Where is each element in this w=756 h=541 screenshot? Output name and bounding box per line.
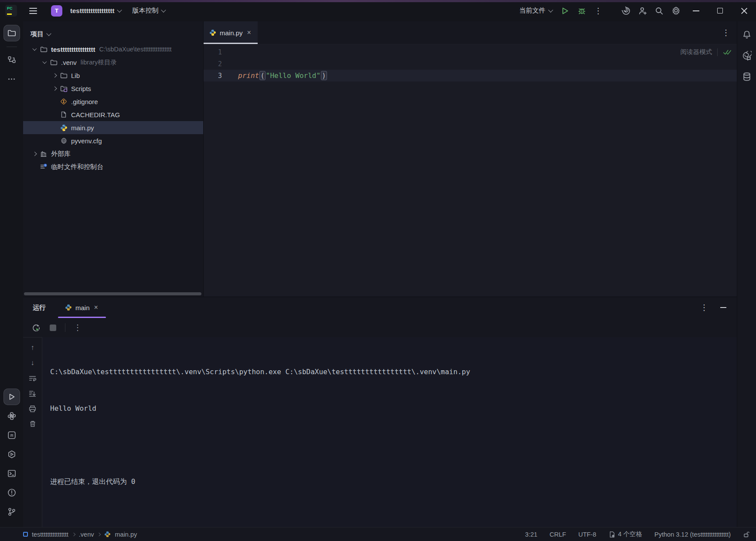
- indent-widget[interactable]: 4 个空格: [609, 530, 643, 538]
- chevron-down-icon: [46, 31, 51, 36]
- window-minimize-button[interactable]: [684, 1, 708, 20]
- right-tool-window-bar: [737, 21, 756, 527]
- ai-assistant-button[interactable]: [618, 3, 634, 18]
- folder-icon: [59, 72, 68, 79]
- prev-occurrence-button[interactable]: ↑: [27, 343, 38, 352]
- line-number: 2: [204, 60, 226, 68]
- close-tab-icon[interactable]: ×: [93, 304, 99, 311]
- tree-item-cachedir-tag[interactable]: CACHEDIR.TAG: [23, 108, 203, 121]
- tree-item-pyvenv-cfg[interactable]: pyvenv.cfg: [23, 134, 203, 147]
- window-maximize-button[interactable]: [708, 1, 732, 20]
- code-editor[interactable]: 1 2 3 print("Hello World"): [204, 44, 737, 297]
- rerun-button[interactable]: [29, 321, 43, 335]
- reader-mode-widget[interactable]: 阅读器模式: [681, 48, 732, 56]
- breadcrumb-file[interactable]: main.py: [115, 531, 137, 538]
- kebab-icon: ⋮: [722, 28, 730, 37]
- reader-mode-label: 阅读器模式: [681, 48, 712, 56]
- next-occurrence-button[interactable]: ↓: [27, 358, 38, 368]
- chevron-right-icon[interactable]: [50, 87, 59, 90]
- console-more-button[interactable]: ⋮: [71, 321, 85, 335]
- python-file-icon: [209, 29, 216, 36]
- scroll-to-end-button[interactable]: [27, 389, 38, 398]
- more-tool-windows-button[interactable]: [3, 71, 20, 87]
- stop-button[interactable]: [46, 321, 60, 335]
- vcs-widget[interactable]: 版本控制: [129, 4, 169, 17]
- tree-item-scratches[interactable]: 临时文件和控制台: [23, 160, 203, 173]
- interpreter-widget[interactable]: Python 3.12 (testttttttttttttttt): [654, 531, 731, 538]
- hide-tool-window-button[interactable]: [716, 301, 731, 314]
- chevron-right-icon[interactable]: [30, 152, 39, 156]
- run-tool-window-button[interactable]: [3, 389, 20, 405]
- tree-item-lib[interactable]: Lib: [23, 69, 203, 82]
- tree-item-external-libraries[interactable]: 外部库: [23, 147, 203, 160]
- print-button[interactable]: [27, 404, 38, 413]
- python-file-icon: [65, 304, 72, 311]
- person-add-icon: [638, 7, 647, 15]
- run-tool-window-title[interactable]: 运行: [33, 304, 46, 312]
- soft-wrap-button[interactable]: [27, 373, 38, 383]
- chevron-right-icon: [97, 532, 101, 536]
- gitignore-icon: [59, 98, 68, 105]
- chevron-right-icon[interactable]: [50, 74, 59, 77]
- debug-button[interactable]: [573, 3, 590, 18]
- database-tool-window-button[interactable]: [739, 69, 754, 84]
- project-avatar: T: [51, 5, 62, 17]
- chevron-down-icon: [161, 7, 166, 12]
- tree-item-venv[interactable]: .venv library根目录: [23, 56, 203, 69]
- python-file-icon: [59, 124, 68, 132]
- breadcrumb-venv[interactable]: .venv: [79, 531, 94, 538]
- line-separator-widget[interactable]: CRLF: [550, 531, 566, 538]
- run-configuration-selector[interactable]: 当前文件: [515, 4, 557, 17]
- window-close-button[interactable]: [732, 1, 756, 20]
- code-line: print("Hello World"): [226, 71, 327, 80]
- editor-tab-main-py[interactable]: main.py ×: [204, 21, 258, 44]
- settings-button[interactable]: [667, 3, 684, 18]
- terminal-tool-window-button[interactable]: [3, 465, 20, 482]
- run-button[interactable]: [557, 3, 573, 18]
- structure-tool-window-button[interactable]: [3, 51, 20, 68]
- tree-item-gitignore[interactable]: .gitignore: [23, 95, 203, 108]
- tree-item-project-root[interactable]: testttttttttttttttt C:\sbDaXue\testttttt…: [23, 43, 203, 56]
- services-tool-window-button[interactable]: [3, 446, 20, 463]
- run-console-output[interactable]: C:\sbDaXue\testttttttttttttttt\.venv\Scr…: [42, 337, 737, 527]
- breadcrumb-project[interactable]: testttttttttttttttt: [32, 531, 68, 538]
- tree-item-main-py[interactable]: main.py: [23, 121, 203, 134]
- python-packages-button[interactable]: [3, 427, 20, 443]
- ai-assistant-tool-window-button[interactable]: [739, 48, 754, 63]
- close-tab-icon[interactable]: ×: [246, 29, 252, 37]
- project-tool-window-button[interactable]: [3, 25, 20, 41]
- lock-widget[interactable]: [743, 531, 750, 538]
- stop-icon: [50, 325, 56, 331]
- project-widget[interactable]: testttttttttttttttt: [67, 4, 125, 17]
- main-menu-button[interactable]: [25, 3, 41, 18]
- editor-line-2: 2: [204, 58, 737, 70]
- chevron-down-icon: [548, 7, 553, 12]
- vcs-label: 版本控制: [133, 7, 159, 15]
- gear-icon: [59, 137, 68, 145]
- tab-bar-options-button[interactable]: ⋮: [722, 29, 730, 37]
- problems-icon: [7, 488, 16, 497]
- project-panel: 项目 testttttttttttttttt C:\sbDaXue\testtt…: [23, 21, 203, 297]
- minimize-icon: [720, 307, 726, 308]
- search-everywhere-button[interactable]: [651, 3, 667, 18]
- notifications-button[interactable]: [739, 27, 754, 42]
- clear-console-button[interactable]: [27, 419, 38, 429]
- more-actions-button[interactable]: ⋮: [590, 3, 606, 18]
- encoding-widget[interactable]: UTF-8: [578, 531, 596, 538]
- code-with-me-button[interactable]: [634, 3, 651, 18]
- kebab-icon: ⋮: [74, 324, 82, 331]
- run-tool-window: 运行 main × ⋮: [23, 297, 737, 527]
- problems-tool-window-button[interactable]: [3, 484, 20, 501]
- chevron-down-icon[interactable]: [40, 61, 49, 63]
- search-icon: [655, 7, 664, 15]
- project-panel-header[interactable]: 项目: [23, 21, 203, 43]
- chevron-down-icon[interactable]: [30, 48, 39, 50]
- version-control-tool-window-button[interactable]: [3, 504, 20, 520]
- pycharm-window: PC T testttttttttttttttt 版本控制 当前文件: [0, 0, 756, 541]
- python-console-button[interactable]: [3, 408, 20, 424]
- cursor-position-widget[interactable]: 3:21: [525, 531, 537, 538]
- run-tab-main[interactable]: main ×: [58, 297, 106, 318]
- tree-item-scripts[interactable]: Scripts: [23, 82, 203, 95]
- horizontal-scrollbar[interactable]: [24, 292, 201, 295]
- tool-window-options-button[interactable]: ⋮: [697, 301, 712, 314]
